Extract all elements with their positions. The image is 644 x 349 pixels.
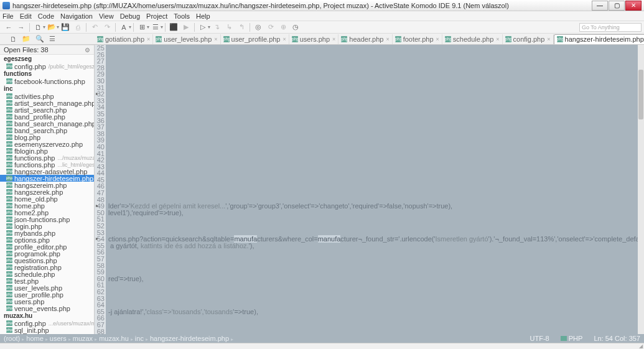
editor-tab[interactable]: phpgotiation.php×	[95, 34, 153, 44]
file-item[interactable]: phplogin.php	[0, 223, 94, 230]
file-item[interactable]: phpusers.php	[0, 298, 94, 305]
file-item[interactable]: phpschedule.php	[0, 271, 94, 277]
file-item[interactable]: phphome_old.php	[0, 195, 94, 202]
close-tab-icon[interactable]: ×	[282, 36, 286, 42]
encoding-label[interactable]: UTF-8	[530, 335, 549, 342]
file-item[interactable]: phphangszerek.php	[0, 188, 94, 195]
breadcrumb-segment[interactable]: muzax.hu	[99, 335, 129, 342]
open-files-header[interactable]: Open Files: 38 ⚙	[0, 45, 94, 55]
list-icon[interactable]: ☰	[49, 35, 55, 43]
file-item[interactable]: phpband_search.php	[0, 127, 94, 134]
step-over-button[interactable]: ↴	[212, 22, 222, 32]
code-editor[interactable]: 2526272829303132333435363738394041424344…	[95, 45, 644, 334]
editor-tab[interactable]: phpheader.php×	[338, 34, 392, 44]
target-button[interactable]: ◎	[253, 22, 263, 32]
file-item[interactable]: phpconfig.php/public_html/egeszseg	[0, 63, 94, 70]
file-group-header[interactable]: muzax.hu	[0, 312, 94, 320]
fold-marker[interactable]: ▸	[96, 236, 98, 243]
menu-code[interactable]: Code	[38, 12, 54, 20]
file-item[interactable]: phpuser_levels.php	[0, 284, 94, 291]
language-label[interactable]: PHP	[561, 335, 583, 342]
menu-project[interactable]: Project	[146, 12, 167, 20]
file-item[interactable]: phpfblogin.php	[0, 147, 94, 154]
file-item[interactable]: phpoptions.php	[0, 236, 94, 243]
play-macro-button[interactable]: ▶	[181, 22, 191, 32]
file-tree[interactable]: egeszsegphpconfig.php/public_html/egeszs…	[0, 55, 94, 334]
editor-tab[interactable]: phpconfig.php×	[503, 34, 554, 44]
file-item[interactable]: phpesemenyszervezo.php	[0, 141, 94, 147]
file-item[interactable]: phpmybands.php	[0, 230, 94, 236]
file-item[interactable]: phpsql_init.php	[0, 327, 94, 333]
file-item[interactable]: phpprofile_editor.php	[0, 243, 94, 250]
file-item[interactable]: phptest.php	[0, 277, 94, 284]
file-item[interactable]: phpactivities.php	[0, 93, 94, 100]
breadcrumb-segment[interactable]: inc	[135, 335, 144, 342]
file-item[interactable]: phpartist_search_manage.php	[0, 100, 94, 106]
breadcrumb-segment[interactable]: home	[26, 335, 44, 342]
save-button[interactable]: 💾	[60, 22, 70, 32]
menu-view[interactable]: View	[99, 12, 114, 20]
file-item[interactable]: phpprogramok.php	[0, 250, 94, 257]
breadcrumb-segment[interactable]: muzax	[73, 335, 93, 342]
menu-navigation[interactable]: Navigation	[60, 12, 93, 20]
editor-tab[interactable]: phpschedule.php×	[442, 34, 503, 44]
close-tab-icon[interactable]: ×	[436, 36, 439, 42]
menu-file[interactable]: File	[2, 12, 14, 20]
file-item[interactable]: phphome2.php	[0, 209, 94, 216]
file-item[interactable]: phphome.php	[0, 202, 94, 209]
file-group-header[interactable]: functions	[0, 70, 94, 78]
step-into-button[interactable]: ↳	[224, 22, 234, 32]
fold-marker[interactable]: ▸	[96, 203, 98, 210]
file-item[interactable]: phpquestions.php	[0, 257, 94, 264]
breadcrumb-segment[interactable]: users	[50, 335, 67, 342]
menu-tools[interactable]: Tools	[174, 12, 190, 20]
file-item[interactable]: phpuser_profile.php	[0, 291, 94, 298]
vertical-scrollbar[interactable]	[638, 45, 644, 334]
gear-icon[interactable]: ⚙	[85, 47, 90, 54]
file-item[interactable]: phpartist_search.php	[0, 106, 94, 113]
close-tab-icon[interactable]: ×	[147, 36, 150, 42]
debug-play-button[interactable]: ▷	[198, 22, 208, 32]
new-icon[interactable]: 🗋	[10, 35, 17, 43]
file-item[interactable]: phphangszer-hirdeteseim.php	[0, 175, 94, 182]
file-item[interactable]: phpfacebook-functions.php	[0, 78, 94, 85]
font-button[interactable]: A	[119, 22, 129, 32]
menu-edit[interactable]: Edit	[20, 12, 32, 20]
file-item[interactable]: phpregistration.php	[0, 264, 94, 271]
fold-marker[interactable]: ▸	[96, 91, 98, 98]
menu-help[interactable]: Help	[196, 12, 210, 20]
file-item[interactable]: phpfunctions.php...lic_html/egeszseg/inc	[0, 161, 94, 168]
forward-button[interactable]: →	[16, 22, 26, 32]
refresh-button[interactable]: ⟳	[266, 22, 276, 32]
new-file-button[interactable]: 🗋	[33, 22, 43, 32]
close-tab-icon[interactable]: ×	[386, 36, 389, 42]
close-tab-icon[interactable]: ×	[332, 36, 335, 42]
clock-button[interactable]: ◷	[291, 22, 301, 32]
save-all-button[interactable]: ⎙	[73, 22, 83, 32]
find-icon[interactable]: 🔍	[35, 35, 44, 43]
file-item[interactable]: phpblog.php	[0, 134, 94, 141]
editor-tab[interactable]: phphangszer-hirdeteseim.php×	[554, 34, 644, 44]
code-area[interactable]: lder'=>'Kezdd el gépelni amit keresel...…	[106, 45, 638, 334]
editor-tab[interactable]: phpuser_levels.php×	[153, 34, 220, 44]
file-item[interactable]: phphangszer-adasvetel.php	[0, 168, 94, 175]
close-tab-icon[interactable]: ×	[547, 36, 550, 42]
step-out-button[interactable]: ↰	[236, 22, 246, 32]
redo-button[interactable]: ↷	[102, 22, 112, 32]
file-group-header[interactable]: inc	[0, 85, 94, 93]
record-macro-button[interactable]: ⬛	[169, 22, 179, 32]
breadcrumb[interactable]: (root)▸home▸users▸muzax▸muzax.hu▸inc▸han…	[4, 335, 235, 342]
breadcrumb-segment[interactable]: hangszer-hirdeteseim.php	[150, 335, 229, 342]
editor-tab[interactable]: phpuser_profile.php×	[221, 34, 289, 44]
sync-button[interactable]: ⊕	[278, 22, 288, 32]
editor-tab[interactable]: phpfooter.php×	[393, 34, 442, 44]
maximize-button[interactable]: ▢	[609, 1, 625, 11]
menu-debug[interactable]: Debug	[120, 12, 140, 20]
comment-button[interactable]: ⊞	[137, 22, 147, 32]
file-item[interactable]: phpvenue_events.php	[0, 305, 94, 312]
close-tab-icon[interactable]: ×	[214, 36, 217, 42]
file-item[interactable]: phpfunctions.php.../muzax/muzax.hu/inc	[0, 154, 94, 161]
breadcrumb-segment[interactable]: (root)	[4, 335, 20, 342]
close-tab-icon[interactable]: ×	[496, 36, 499, 42]
back-button[interactable]: ←	[4, 22, 14, 32]
